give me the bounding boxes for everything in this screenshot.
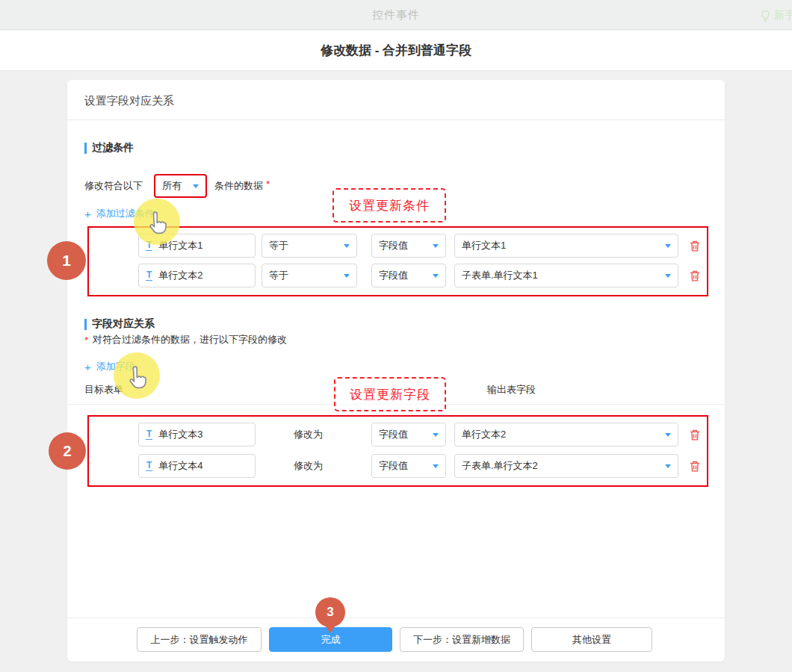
dialog-title-bar: 修改数据 - 合并到普通字段: [0, 31, 792, 71]
field-name: 单行文本3: [158, 428, 202, 441]
text-field-icon: T: [146, 429, 152, 440]
chevron-down-icon: [433, 433, 439, 437]
value-type-select[interactable]: 字段值: [371, 423, 446, 447]
value-type-select[interactable]: 字段值: [371, 264, 446, 287]
chevron-down-icon: [433, 244, 439, 248]
chevron-down-icon: [665, 244, 671, 248]
plus-icon: +: [84, 208, 91, 220]
value: 子表单.单行文本2: [462, 459, 538, 473]
value-type-select[interactable]: 字段值: [371, 454, 446, 478]
field-name: 单行文本4: [158, 459, 202, 473]
value-type: 字段值: [379, 459, 408, 473]
match-mode-select[interactable]: 所有: [154, 174, 207, 198]
lightbulb-icon: [759, 9, 772, 23]
value-select[interactable]: 子表单.单行文本2: [454, 454, 678, 478]
operator-value: 等于: [269, 269, 288, 282]
field-name: 单行文本2: [158, 269, 202, 282]
condition-prefix-label: 修改符合以下: [84, 174, 143, 198]
delete-row-icon[interactable]: [688, 269, 702, 283]
match-mode-value: 所有: [162, 179, 182, 193]
page-title: 修改数据 - 合并到普通字段: [321, 42, 471, 59]
value: 单行文本2: [462, 428, 506, 441]
step-badge-3-tail: [325, 625, 335, 633]
hand-cursor-icon: [125, 366, 147, 394]
value-type-select[interactable]: 字段值: [371, 234, 446, 258]
other-settings-button[interactable]: 其他设置: [531, 627, 652, 652]
value: 子表单.单行文本1: [462, 269, 538, 282]
delete-row-icon[interactable]: [688, 239, 702, 253]
prev-step-button[interactable]: 上一步：设置触发动作: [137, 627, 262, 652]
delete-row-icon[interactable]: [688, 459, 702, 473]
field-input[interactable]: T 单行文本2: [138, 264, 256, 287]
next-step-button[interactable]: 下一步：设置新增数据: [400, 627, 524, 652]
step-badge-3: 3: [315, 597, 345, 627]
chevron-down-icon: [193, 184, 199, 188]
operator-value: 等于: [269, 239, 288, 252]
divider: [67, 119, 725, 120]
field-input[interactable]: T 单行文本4: [138, 454, 256, 478]
field-input[interactable]: T 单行文本3: [138, 423, 256, 447]
step-badge-1: 1: [47, 241, 86, 280]
column-header-output-field: 输出表字段: [487, 383, 536, 396]
required-asterisk: *: [266, 172, 270, 196]
chevron-down-icon: [344, 244, 350, 248]
chevron-down-icon: [433, 274, 439, 278]
settings-panel: 设置字段对应关系 过滤条件 修改符合以下 所有 条件的数据 * + 添加过滤条件…: [67, 80, 725, 662]
annotation-set-update-field: 设置更新字段: [334, 377, 446, 411]
chevron-down-icon: [433, 464, 439, 468]
filter-section-title: 过滤条件: [92, 141, 134, 155]
top-bar: 控件事件 新手: [0, 0, 792, 30]
text-field-icon: T: [146, 461, 152, 471]
text-field-icon: T: [146, 270, 152, 281]
value-type: 字段值: [379, 269, 408, 282]
required-asterisk: *: [84, 335, 88, 346]
value-select[interactable]: 子表单.单行文本1: [454, 264, 678, 287]
value-select[interactable]: 单行文本2: [454, 423, 678, 447]
value-type: 字段值: [379, 239, 408, 252]
filter-section-header: 过滤条件: [84, 141, 134, 155]
chevron-down-icon: [665, 274, 671, 278]
mapping-section-header: 字段对应关系: [84, 317, 155, 331]
mapping-description: * 对符合过滤条件的数据，进行以下字段的修改: [84, 332, 287, 348]
condition-suffix-label: 条件的数据: [214, 174, 263, 198]
value-select[interactable]: 单行文本1: [454, 234, 678, 258]
mapping-description-text: 对符合过滤条件的数据，进行以下字段的修改: [93, 333, 287, 346]
section-accent-bar: [84, 143, 87, 154]
mapping-section-title: 字段对应关系: [92, 317, 155, 331]
chevron-down-icon: [665, 464, 671, 468]
chevron-down-icon: [665, 433, 671, 437]
annotation-set-update-condition: 设置更新条件: [332, 188, 446, 223]
operator-select[interactable]: 等于: [262, 264, 357, 287]
beginner-guide-label: 新手: [774, 9, 792, 22]
section-accent-bar: [84, 319, 87, 330]
value: 单行文本1: [462, 239, 506, 252]
beginner-guide-link[interactable]: 新手: [759, 7, 792, 25]
step-badge-2: 2: [49, 432, 86, 470]
value-type: 字段值: [379, 428, 408, 441]
panel-title: 设置字段对应关系: [84, 94, 174, 108]
footer-divider: [67, 617, 725, 618]
plus-icon: +: [84, 361, 91, 373]
hand-cursor-icon: [145, 211, 167, 240]
operator-select[interactable]: 等于: [262, 234, 357, 258]
topbar-title: 控件事件: [0, 0, 792, 30]
delete-row-icon[interactable]: [688, 428, 702, 442]
chevron-down-icon: [344, 274, 350, 278]
